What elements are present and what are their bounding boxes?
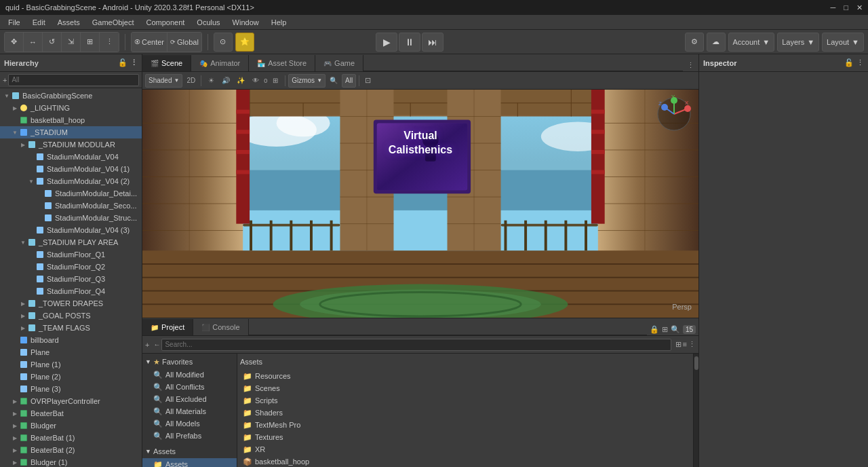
play-button[interactable]: ▶ xyxy=(376,33,397,52)
project-back-btn[interactable]: ← xyxy=(153,341,160,348)
menu-component[interactable]: Component xyxy=(140,17,190,28)
project-main-area[interactable]: Assets 📁 Resources 📁 Scenes 📁 Scripts xyxy=(237,354,693,467)
cloud-button[interactable]: ☁ xyxy=(707,33,726,52)
hier-item-billboard[interactable]: billboard xyxy=(0,334,142,346)
hier-item-stadium-v04[interactable]: StadiumModular_V04 xyxy=(0,151,142,163)
scene-visibility[interactable]: 👁 xyxy=(249,74,262,88)
transform-tool[interactable]: ⋮ xyxy=(100,33,119,52)
project-list-btn[interactable]: ≡ xyxy=(683,340,687,349)
menu-window[interactable]: Window xyxy=(227,17,264,28)
scene-viewport[interactable]: Virtual Calisthenics X Y xyxy=(142,90,698,318)
asset-scripts[interactable]: 📁 Scripts xyxy=(240,394,690,407)
maximize-button[interactable]: □ xyxy=(844,3,848,12)
inspector-lock-icon[interactable]: 🔓 xyxy=(844,58,854,67)
hier-item-plane-3[interactable]: Plane (3) xyxy=(0,383,142,395)
minimize-button[interactable]: ─ xyxy=(831,3,836,12)
hier-item-stadium-play[interactable]: _STADIUM PLAY AREA xyxy=(0,236,142,248)
rect-tool[interactable]: ⊞ xyxy=(81,33,100,52)
tab-project[interactable]: 📁 Project xyxy=(142,319,193,335)
hier-item-goal-posts[interactable]: _GOAL POSTS xyxy=(0,310,142,322)
assets-sidebar-header[interactable]: ▼ Assets xyxy=(142,445,237,458)
hand-tool[interactable]: ✥ xyxy=(5,33,24,52)
close-button[interactable]: ✕ xyxy=(856,3,863,12)
hierarchy-more-icon[interactable]: ⋮ xyxy=(130,58,138,67)
project-search-icon[interactable]: 🔍 xyxy=(671,325,680,334)
global-button[interactable]: ⟳ Global xyxy=(167,33,201,52)
hier-item-stadium-v04-3[interactable]: StadiumModular_V04 (3) xyxy=(0,224,142,236)
project-search-input[interactable] xyxy=(161,339,671,351)
hier-item-plane[interactable]: Plane xyxy=(0,346,142,358)
hierarchy-content[interactable]: BasicGrabbingScene _LIGHTING basketball_… xyxy=(0,88,142,467)
grid-toggle[interactable]: ⊞ xyxy=(269,74,282,88)
hier-item-floor-q2[interactable]: StadiumFloor_Q2 xyxy=(0,261,142,273)
hier-item-plane-1[interactable]: Plane (1) xyxy=(0,358,142,371)
tab-game[interactable]: 🎮 Game xyxy=(315,55,363,71)
hierarchy-search[interactable] xyxy=(8,74,139,86)
hier-item-stadium[interactable]: _STADIUM xyxy=(0,126,142,138)
asset-resources[interactable]: 📁 Resources xyxy=(240,370,690,382)
hier-item-stadium-struc[interactable]: StadiumModular_Struc... xyxy=(0,212,142,224)
project-columns-icon[interactable]: ⊞ xyxy=(662,325,668,334)
fav-all-modified[interactable]: 🔍 All Modified xyxy=(142,369,237,381)
fav-all-models[interactable]: 🔍 All Models xyxy=(142,417,237,430)
shading-dropdown[interactable]: Shaded ▼ xyxy=(145,74,182,88)
extra-tool-1[interactable]: ⊙ xyxy=(214,33,233,52)
favorites-header[interactable]: ▼ ★ Favorites xyxy=(142,355,237,369)
pause-button[interactable]: ⏸ xyxy=(399,33,420,52)
layers-dropdown[interactable]: Layers ▼ xyxy=(777,33,819,52)
account-dropdown[interactable]: Account ▼ xyxy=(728,33,775,52)
menu-help[interactable]: Help xyxy=(266,17,292,28)
tab-console[interactable]: ⬛ Console xyxy=(193,319,248,335)
menu-oculus[interactable]: Oculus xyxy=(191,17,225,28)
hier-item-beater-bat-1[interactable]: BeaterBat (1) xyxy=(0,432,142,444)
hier-item-stadium-detail[interactable]: StadiumModular_Detai... xyxy=(0,187,142,200)
extra-tool-2[interactable]: ⭐ xyxy=(235,33,254,52)
fav-all-conflicts[interactable]: 🔍 All Conflicts xyxy=(142,381,237,393)
panel-settings-icon[interactable]: ⋮ xyxy=(683,61,698,70)
collab-icon[interactable]: ⚙ xyxy=(685,33,704,52)
scene-maximize[interactable]: ⊡ xyxy=(362,76,374,85)
asset-textures[interactable]: 📁 Textures xyxy=(240,431,690,443)
asset-textmesh-pro[interactable]: 📁 TextMesh Pro xyxy=(240,419,690,431)
hier-item-stadium-v04-1[interactable]: StadiumModular_V04 (1) xyxy=(0,163,142,175)
move-tool[interactable]: ↔ xyxy=(24,33,43,52)
fav-all-excluded[interactable]: 🔍 All Excluded xyxy=(142,393,237,405)
hier-item-floor-q4[interactable]: StadiumFloor_Q4 xyxy=(0,285,142,297)
menu-edit[interactable]: Edit xyxy=(27,17,51,28)
project-lock-icon[interactable]: 🔒 xyxy=(650,325,659,334)
gizmos-dropdown[interactable]: Gizmos ▼ xyxy=(288,74,326,88)
menu-assets[interactable]: Assets xyxy=(52,17,85,28)
scene-gizmo[interactable]: X Y Z xyxy=(655,95,693,133)
hier-item-basketball-hoop[interactable]: basketball_hoop xyxy=(0,114,142,126)
tab-scene[interactable]: 🎬 Scene xyxy=(142,55,191,71)
search-scene-btn[interactable]: 🔍 xyxy=(327,74,340,88)
asset-basketball-hoop-1[interactable]: 📦 basketball_hoop xyxy=(240,455,690,467)
hierarchy-lock-icon[interactable]: 🔓 xyxy=(118,58,127,67)
menu-gameobject[interactable]: GameObject xyxy=(87,17,140,28)
hier-item-beater-bat[interactable]: BeaterBat xyxy=(0,407,142,419)
effects-toggle[interactable]: ✨ xyxy=(234,74,248,88)
step-button[interactable]: ⏭ xyxy=(422,33,443,52)
2d-button[interactable]: 2D xyxy=(184,74,198,88)
hier-item-plane-2[interactable]: Plane (2) xyxy=(0,371,142,383)
project-scrollbar[interactable] xyxy=(693,354,698,467)
inspector-more-icon[interactable]: ⋮ xyxy=(856,58,864,67)
lighting-toggle[interactable]: ☀ xyxy=(204,74,218,88)
hier-item-team-flags[interactable]: _TEAM FLAGS xyxy=(0,322,142,334)
all-layers-dropdown[interactable]: All xyxy=(342,74,356,88)
hier-item-stadium-v04-2[interactable]: StadiumModular_V04 (2) xyxy=(0,175,142,187)
fav-all-prefabs[interactable]: 🔍 All Prefabs xyxy=(142,430,237,442)
hier-item-tower-drapes[interactable]: _TOWER DRAPES xyxy=(0,297,142,310)
hier-item-stadium-modular[interactable]: _STADIUM MODULAR xyxy=(0,138,142,151)
project-sidebar[interactable]: ▼ ★ Favorites 🔍 All Modified 🔍 All Confl… xyxy=(142,354,237,467)
hier-item-beater-bat-2[interactable]: BeaterBat (2) xyxy=(0,444,142,456)
tab-asset-store[interactable]: 🏪 Asset Store xyxy=(249,55,315,71)
rotate-tool[interactable]: ↺ xyxy=(43,33,62,52)
hier-item-floor-q3[interactable]: StadiumFloor_Q3 xyxy=(0,273,142,285)
sidebar-assets-item[interactable]: 📁 Assets xyxy=(142,458,237,467)
project-more-btn[interactable]: ⋮ xyxy=(688,340,696,349)
scale-tool[interactable]: ⇲ xyxy=(62,33,81,52)
hier-item-stadium-seco[interactable]: StadiumModular_Seco... xyxy=(0,200,142,212)
window-controls[interactable]: ─ □ ✕ xyxy=(831,3,863,12)
hier-item-scene[interactable]: BasicGrabbingScene xyxy=(0,90,142,102)
